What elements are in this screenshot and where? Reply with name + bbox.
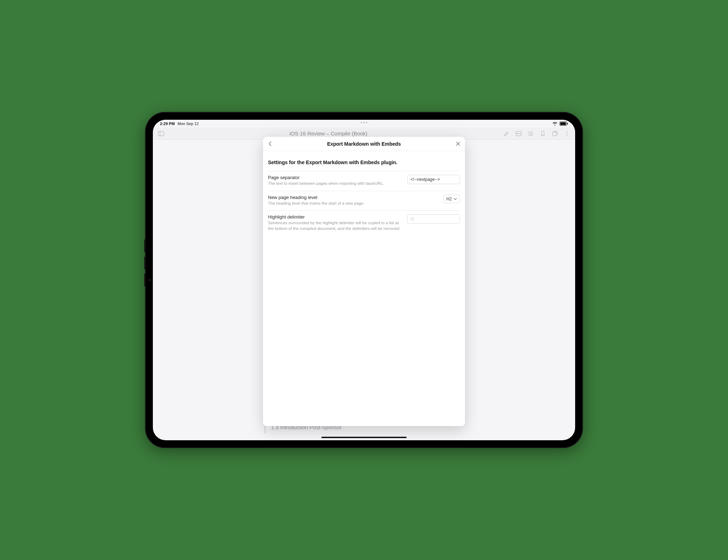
bookmark-icon[interactable]: [540, 130, 546, 137]
panel-icon[interactable]: [515, 130, 522, 137]
svg-point-10: [528, 131, 529, 132]
sheet-title: Export Markdown with Embeds: [327, 141, 401, 147]
svg-point-14: [567, 131, 568, 132]
svg-point-15: [567, 133, 568, 134]
status-date: Mon Sep 12: [178, 122, 199, 126]
settings-sheet: Export Markdown with Embeds Settings for…: [263, 137, 465, 426]
row-highlight-delimiter: Highlight delimiter Sentences surrounded…: [268, 210, 460, 236]
highlight-delimiter-label: Highlight delimiter: [268, 214, 402, 220]
back-button[interactable]: [263, 137, 277, 151]
svg-rect-1: [560, 122, 566, 125]
list-icon[interactable]: [528, 130, 534, 137]
ipad-frame: 2:29 PM Mon Sep 12 iOS 16 Review – Comp: [145, 112, 583, 448]
camera-dot: [149, 279, 151, 281]
chevron-down-icon: [454, 198, 457, 200]
svg-rect-2: [567, 123, 568, 125]
sheet-body: Settings for the Export Markdown with Em…: [263, 151, 465, 236]
heading-level-value: H2: [446, 196, 452, 201]
row-page-separator: Page separator The text to insert betwee…: [268, 171, 460, 191]
battery-icon: [560, 122, 568, 126]
row-heading-level: New page heading level The heading level…: [268, 191, 460, 211]
more-icon[interactable]: [564, 130, 570, 137]
sheet-description: Settings for the Export Markdown with Em…: [268, 157, 460, 171]
status-time: 2:29 PM: [160, 122, 175, 126]
edit-icon[interactable]: [503, 130, 510, 137]
document-title: iOS 16 Review – Compile (Book): [153, 130, 540, 136]
highlight-delimiter-input[interactable]: [407, 214, 460, 224]
highlight-delimiter-sub: Sentences surrounded by the highlight de…: [268, 220, 402, 231]
svg-point-11: [528, 133, 529, 134]
heading-level-label: New page heading level: [268, 195, 438, 200]
status-bar: 2:29 PM Mon Sep 12: [153, 120, 575, 128]
side-buttons: [144, 239, 145, 252]
heading-level-sub: The heading level that marks the start o…: [268, 201, 403, 206]
wifi-icon: [552, 122, 557, 126]
cards-icon[interactable]: [552, 130, 558, 137]
screen: 2:29 PM Mon Sep 12 iOS 16 Review – Comp: [153, 120, 575, 440]
svg-point-16: [567, 135, 568, 136]
multitask-dots-icon[interactable]: [361, 122, 367, 123]
home-indicator[interactable]: [321, 437, 407, 438]
svg-point-12: [528, 135, 529, 135]
page-separator-label: Page separator: [268, 175, 402, 180]
svg-rect-13: [553, 132, 556, 136]
heading-level-select[interactable]: H2: [443, 195, 460, 203]
close-button[interactable]: [451, 137, 465, 151]
sheet-header: Export Markdown with Embeds: [263, 137, 465, 151]
page-separator-input[interactable]: [407, 175, 460, 184]
page-separator-sub: The text to insert between pages when ex…: [268, 181, 402, 187]
